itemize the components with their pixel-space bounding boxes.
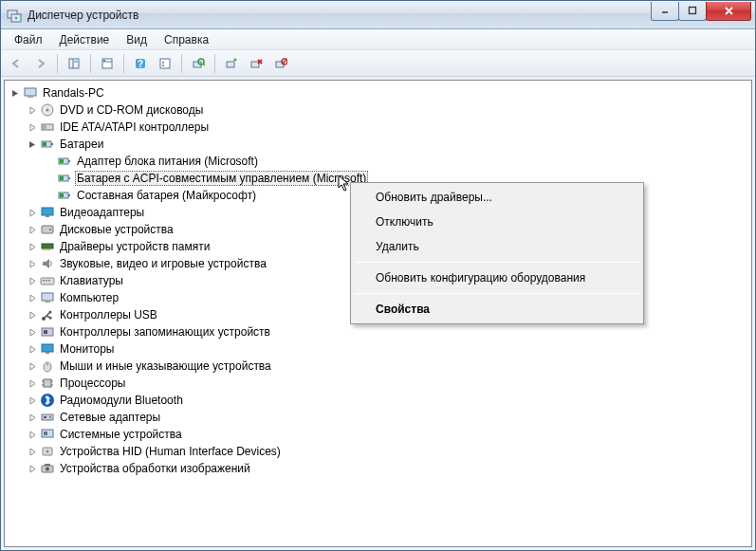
tree-item-batteries[interactable]: Батареи	[26, 136, 751, 153]
device-manager-window: Диспетчер устройств Файл Действие Вид Сп…	[0, 0, 756, 551]
expander-icon[interactable]	[26, 325, 39, 339]
expander-icon[interactable]	[26, 411, 39, 424]
forward-button[interactable]	[29, 52, 52, 75]
expander-icon[interactable]	[26, 377, 39, 390]
menu-action[interactable]: Действие	[52, 31, 118, 48]
expander-icon[interactable]	[26, 274, 39, 287]
svg-point-85	[46, 468, 49, 471]
expander-icon[interactable]	[26, 206, 39, 219]
ctx-update-drivers[interactable]: Обновить драйверы...	[353, 185, 641, 210]
tree-item-mice[interactable]: Мыши и иные указывающие устройства	[26, 358, 751, 375]
memory-icon	[40, 239, 55, 254]
expander-icon[interactable]	[26, 445, 39, 458]
network-icon	[40, 410, 55, 425]
ctx-disable[interactable]: Отключить	[353, 210, 641, 234]
svg-rect-29	[28, 96, 33, 98]
close-button[interactable]	[706, 2, 751, 21]
svg-point-49	[49, 229, 51, 230]
scan-hardware-button[interactable]	[187, 52, 210, 75]
tree-item-battery-adapter[interactable]: Адаптер блока питания (Microsoft)	[43, 153, 751, 170]
expander-icon[interactable]	[26, 428, 39, 441]
expander-icon[interactable]	[26, 462, 39, 475]
battery-icon	[57, 188, 72, 203]
expander-icon[interactable]	[26, 120, 39, 134]
expander-icon[interactable]	[26, 291, 39, 304]
svg-rect-59	[45, 301, 50, 303]
expander-icon[interactable]	[26, 394, 39, 407]
svg-rect-9	[74, 61, 78, 63]
svg-rect-51	[43, 248, 45, 250]
svg-line-20	[203, 64, 205, 65]
svg-rect-66	[44, 330, 47, 334]
svg-rect-55	[43, 280, 45, 282]
svg-point-17	[162, 64, 164, 66]
svg-point-83	[46, 450, 49, 453]
ctx-scan-hardware[interactable]: Обновить конфигурацию оборудования	[353, 266, 641, 290]
system-device-icon	[40, 427, 55, 442]
update-driver-button[interactable]	[220, 52, 243, 75]
battery-icon	[57, 154, 72, 169]
tree-item-bluetooth[interactable]: Радиомодули Bluetooth	[26, 392, 751, 409]
svg-point-62	[49, 311, 52, 314]
svg-rect-52	[46, 248, 47, 250]
tree-root[interactable]: Randals-PC	[9, 84, 751, 101]
action-button[interactable]	[154, 52, 176, 75]
svg-rect-42	[60, 176, 64, 180]
svg-rect-12	[103, 60, 105, 62]
menu-view[interactable]: Вид	[119, 31, 155, 48]
titlebar: Диспетчер устройств	[1, 1, 755, 29]
window-title: Диспетчер устройств	[28, 9, 652, 22]
svg-rect-56	[46, 280, 47, 282]
toolbar: ?	[1, 50, 755, 77]
expander-icon[interactable]	[26, 257, 39, 270]
tree-item-hid[interactable]: Устройства HID (Human Interface Devices)	[26, 443, 751, 460]
expander-icon[interactable]	[26, 342, 39, 356]
svg-rect-86	[45, 464, 50, 466]
ctx-properties[interactable]: Свойства	[353, 297, 641, 321]
usb-icon	[40, 307, 55, 322]
svg-rect-33	[43, 125, 46, 129]
dvd-icon	[40, 102, 55, 118]
svg-rect-45	[60, 193, 64, 197]
disable-button[interactable]	[269, 52, 292, 75]
tree-item-cpu[interactable]: Процессоры	[26, 375, 751, 392]
keyboard-icon	[40, 273, 55, 288]
expander-icon[interactable]	[26, 138, 39, 151]
tree-item-monitors[interactable]: Мониторы	[26, 340, 751, 358]
menu-file[interactable]: Файл	[7, 31, 50, 48]
svg-rect-53	[48, 248, 50, 250]
display-adapter-icon	[40, 205, 55, 220]
maximize-button[interactable]	[678, 2, 707, 21]
uninstall-button[interactable]	[245, 52, 267, 75]
help-button[interactable]: ?	[129, 52, 152, 75]
tree-item-ide[interactable]: IDE ATA/ATAPI контроллеры	[26, 119, 751, 136]
ctx-delete[interactable]: Удалить	[353, 234, 641, 259]
expander-icon[interactable]	[26, 308, 39, 321]
ctx-separator	[355, 293, 639, 294]
svg-rect-58	[42, 293, 53, 301]
svg-rect-77	[42, 414, 53, 420]
tree-item-storage[interactable]: Контроллеры запоминающих устройств	[26, 323, 751, 340]
expander-icon[interactable]	[26, 103, 39, 117]
expander-icon[interactable]	[26, 359, 39, 373]
svg-rect-41	[68, 177, 70, 179]
menu-help[interactable]: Справка	[157, 31, 216, 48]
svg-rect-15	[160, 59, 170, 68]
svg-rect-38	[68, 160, 70, 162]
show-hide-tree-button[interactable]	[63, 52, 85, 75]
ctx-separator	[355, 262, 639, 263]
tree-item-system[interactable]: Системные устройства	[26, 426, 751, 443]
tree-item-network[interactable]: Сетевые адаптеры	[26, 409, 751, 426]
svg-text:?: ?	[138, 59, 143, 69]
context-menu: Обновить драйверы... Отключить Удалить О…	[350, 182, 644, 324]
tree-item-imaging[interactable]: Устройства обработки изображений	[26, 460, 751, 477]
svg-rect-47	[46, 215, 49, 217]
expander-icon[interactable]	[26, 223, 39, 236]
properties-button[interactable]	[96, 52, 119, 75]
expander-icon[interactable]	[9, 86, 22, 100]
expander-icon[interactable]	[26, 240, 39, 253]
svg-rect-71	[44, 379, 51, 387]
minimize-button[interactable]	[651, 2, 679, 21]
tree-item-dvd[interactable]: DVD и CD-ROM дисководы	[26, 101, 751, 119]
back-button[interactable]	[5, 52, 28, 75]
